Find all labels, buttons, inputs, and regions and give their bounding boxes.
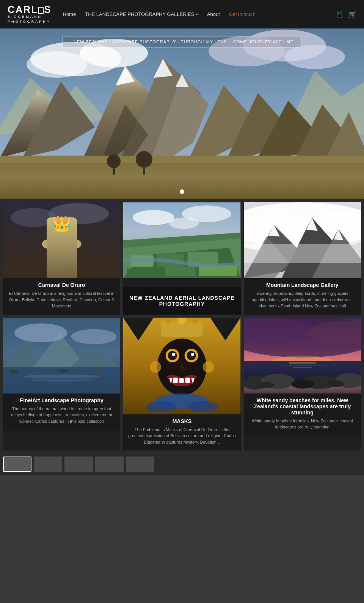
fineart-desc: The beauty of the natural world to creat… xyxy=(8,406,116,425)
svg-line-38 xyxy=(54,238,56,272)
mountain-desc: Towering mountains, deep fiords, stunnin… xyxy=(248,290,356,309)
nav-get-in-touch[interactable]: Get in touch xyxy=(229,11,256,17)
hero-dot-indicator[interactable] xyxy=(180,189,184,194)
svg-point-79 xyxy=(14,323,67,342)
gray-section xyxy=(0,475,364,603)
gallery-card-coastal[interactable]: White sandy beaches for miles, New Zeala… xyxy=(244,318,361,451)
svg-point-91 xyxy=(168,351,177,360)
carnaval-overlay: Carnaval De Oruro El Carnaval De Oruro i… xyxy=(3,278,120,315)
masks-image xyxy=(123,318,240,414)
gallery-grid-row1: Carnaval De Oruro El Carnaval De Oruro i… xyxy=(0,199,364,318)
cart-icon[interactable]: 🛒 xyxy=(348,10,356,19)
nzaerial-overlay: NEW ZEALAND AERIAL LANDSCAPE PHOTOGRAPHY xyxy=(123,287,240,315)
thumb-4[interactable] xyxy=(95,457,124,472)
svg-point-92 xyxy=(187,351,196,360)
nav-about[interactable]: About xyxy=(207,11,220,17)
svg-rect-64 xyxy=(244,244,361,263)
fineart-svg xyxy=(3,318,120,394)
carnaval-svg xyxy=(3,202,120,278)
thumb-5[interactable] xyxy=(126,457,154,472)
mountain-image xyxy=(244,202,361,278)
svg-point-31 xyxy=(49,203,109,224)
masks-svg xyxy=(123,318,240,414)
hero-section: · NEW ZEALAND LANDSCAPE PHOTOGRAPHY - TH… xyxy=(0,28,364,199)
thumb-3[interactable] xyxy=(64,457,93,472)
coastal-desc: White sandy beaches for miles, New Zeala… xyxy=(248,418,356,430)
svg-point-6 xyxy=(284,45,345,69)
svg-point-53 xyxy=(169,217,199,229)
gallery-card-nzaerial[interactable]: NEW ZEALAND AERIAL LANDSCAPE PHOTOGRAPHY xyxy=(123,202,240,315)
chevron-down-icon: ▾ xyxy=(196,12,198,16)
mobile-icon[interactable]: 📱 xyxy=(335,10,344,19)
svg-point-36 xyxy=(42,239,53,249)
logo[interactable]: CARLS BIGGEMANN PHOTOGRAPHY xyxy=(8,5,52,24)
svg-point-119 xyxy=(291,379,314,388)
svg-rect-97 xyxy=(179,378,184,383)
svg-rect-98 xyxy=(185,377,190,383)
svg-point-102 xyxy=(146,401,176,412)
gallery-grid-row2: Fine/Art Landscape Photography The beaut… xyxy=(0,318,364,454)
masks-title: MASKS xyxy=(128,418,236,424)
fineart-image xyxy=(3,318,120,394)
svg-rect-49 xyxy=(165,267,195,276)
svg-point-87 xyxy=(192,318,198,324)
svg-point-77 xyxy=(24,374,100,378)
svg-point-103 xyxy=(188,401,218,412)
svg-point-78 xyxy=(31,378,92,381)
svg-point-3 xyxy=(27,51,87,78)
coastal-title: White sandy beaches for miles, New Zeala… xyxy=(248,397,356,416)
svg-point-86 xyxy=(166,318,172,324)
svg-point-105 xyxy=(203,361,214,373)
hero-label: · NEW ZEALAND LANDSCAPE PHOTOGRAPHY - TH… xyxy=(63,36,301,47)
coastal-svg xyxy=(244,318,361,394)
gallery-card-masks[interactable]: MASKS The Emblematic Masks el Carnaval D… xyxy=(123,318,240,451)
nzaerial-title: NEW ZEALAND AERIAL LANDSCAPE PHOTOGRAPHY xyxy=(128,295,236,307)
coastal-image xyxy=(244,318,361,394)
thumb-2[interactable] xyxy=(34,457,62,472)
header: CARLS BIGGEMANN PHOTOGRAPHY Home THE LAN… xyxy=(0,0,364,28)
nav-home[interactable]: Home xyxy=(63,11,76,17)
svg-rect-112 xyxy=(289,362,315,363)
svg-point-34 xyxy=(55,223,69,238)
fineart-title: Fine/Art Landscape Photography xyxy=(8,397,116,403)
svg-rect-28 xyxy=(143,163,145,175)
svg-rect-35 xyxy=(52,238,71,272)
nzaerial-image xyxy=(123,202,240,278)
masks-overlay: MASKS The Emblematic Masks el Carnaval D… xyxy=(123,414,240,451)
nzaerial-svg xyxy=(123,202,240,278)
svg-rect-26 xyxy=(113,163,115,175)
carnaval-title: Carnaval De Oruro xyxy=(8,282,116,288)
svg-point-93 xyxy=(172,353,175,356)
mountain-overlay: Mountain Landscape Gallery Towering moun… xyxy=(244,278,361,315)
gallery-card-mountain[interactable]: Mountain Landscape Gallery Towering moun… xyxy=(244,202,361,315)
svg-point-121 xyxy=(325,380,344,387)
gallery-card-fineart[interactable]: Fine/Art Landscape Photography The beaut… xyxy=(3,318,120,451)
svg-rect-113 xyxy=(281,364,323,365)
gallery-card-carnaval[interactable]: Carnaval De Oruro El Carnaval De Oruro i… xyxy=(3,202,120,315)
svg-point-73 xyxy=(10,369,19,373)
thumbnails-strip xyxy=(0,453,364,475)
svg-point-80 xyxy=(71,329,117,344)
fineart-overlay: Fine/Art Landscape Photography The beaut… xyxy=(3,394,120,430)
svg-point-76 xyxy=(94,370,101,373)
carnaval-desc: El Carnaval De Oruro is a religious and … xyxy=(8,290,116,309)
svg-point-120 xyxy=(259,382,274,388)
svg-point-94 xyxy=(191,353,194,356)
svg-marker-33 xyxy=(50,216,73,225)
thumb-1[interactable] xyxy=(3,457,31,472)
svg-rect-32 xyxy=(52,225,71,274)
logo-biggemann: BIGGEMANN xyxy=(8,14,52,19)
svg-point-75 xyxy=(58,368,69,372)
coastal-overlay: White sandy beaches for miles, New Zeala… xyxy=(244,394,361,436)
header-icons: 📱 🛒 xyxy=(335,10,356,19)
hero-image xyxy=(0,28,364,199)
svg-point-30 xyxy=(11,208,56,227)
svg-point-104 xyxy=(150,361,161,373)
nav-galleries-link[interactable]: THE LANDSCAPE PHOTOGRAPHY GALLERIES xyxy=(85,11,195,17)
carnaval-image xyxy=(3,202,120,278)
nav-galleries-dropdown[interactable]: THE LANDSCAPE PHOTOGRAPHY GALLERIES ▾ xyxy=(85,11,198,17)
svg-rect-24 xyxy=(0,156,364,163)
svg-rect-48 xyxy=(127,269,161,276)
svg-point-51 xyxy=(133,210,174,225)
mountain-title: Mountain Landscape Gallery xyxy=(248,282,356,288)
